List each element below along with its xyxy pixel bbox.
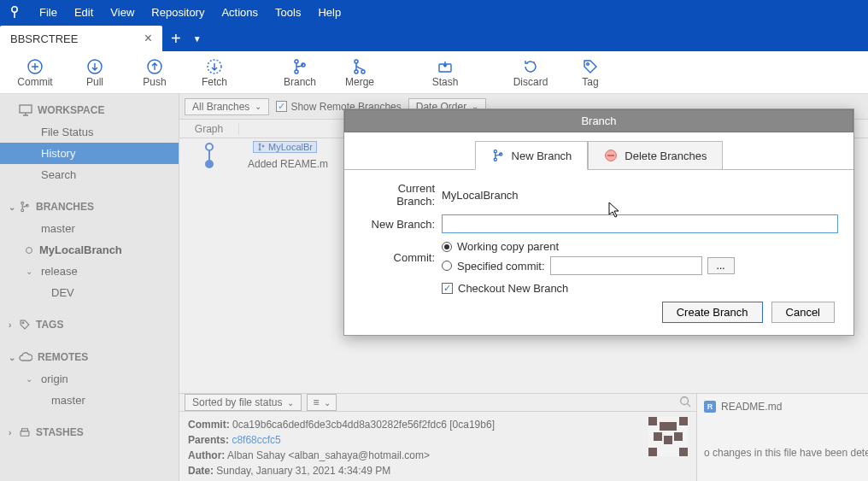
merge-label: Merge xyxy=(345,76,374,88)
radio-working-label: Working copy parent xyxy=(457,240,559,253)
fetch-button[interactable]: Fetch xyxy=(185,51,244,94)
commit-icon xyxy=(26,57,44,76)
branch-icon xyxy=(291,57,308,76)
branch-dialog: Branch New Branch Delete Branches Curren… xyxy=(343,109,854,336)
push-label: Push xyxy=(143,76,166,88)
tab-new-label: New Branch xyxy=(512,150,572,162)
branch-label: Branch xyxy=(284,76,316,88)
tab-bar: BBSRCTREE × + ▼ xyxy=(0,24,868,51)
svg-point-6 xyxy=(295,70,298,73)
svg-point-13 xyxy=(587,62,589,65)
fetch-icon xyxy=(206,57,223,76)
menu-file[interactable]: File xyxy=(31,6,66,19)
repo-tab-label: BBSRCTREE xyxy=(10,32,78,45)
new-tab-button[interactable]: + xyxy=(162,26,190,51)
stash-label: Stash xyxy=(432,76,459,88)
pull-label: Pull xyxy=(86,76,103,88)
dialog-title: Branch xyxy=(344,109,853,132)
tab-delete-branches[interactable]: Delete Branches xyxy=(588,141,723,170)
svg-rect-38 xyxy=(607,155,614,156)
current-branch-label: Current Branch: xyxy=(360,182,442,208)
tab-new-branch[interactable]: New Branch xyxy=(475,141,589,170)
tab-delete-label: Delete Branches xyxy=(625,150,707,162)
dialog-body: Current Branch: MyLocalBranch New Branch… xyxy=(344,169,853,335)
tab-dropdown-icon[interactable]: ▼ xyxy=(190,26,205,51)
browse-commit-button[interactable]: ... xyxy=(707,257,735,274)
commit-option-label: Commit: xyxy=(360,251,442,264)
app-icon xyxy=(5,3,24,21)
discard-icon xyxy=(522,57,539,76)
current-branch-value: MyLocalBranch xyxy=(442,189,519,202)
radio-working-copy[interactable]: Working copy parent xyxy=(442,240,559,253)
menu-view[interactable]: View xyxy=(102,6,143,19)
svg-point-8 xyxy=(355,60,358,63)
menu-edit[interactable]: Edit xyxy=(66,6,102,19)
pull-button[interactable]: Pull xyxy=(65,51,125,94)
tag-icon xyxy=(582,57,599,76)
close-icon[interactable]: × xyxy=(144,31,152,46)
stash-icon xyxy=(437,57,454,76)
radio-specified-label: Specified commit: xyxy=(457,260,545,273)
push-button[interactable]: Push xyxy=(125,51,185,94)
pull-icon xyxy=(86,57,103,76)
svg-point-34 xyxy=(494,150,496,153)
push-icon xyxy=(146,57,163,76)
toolbar: Commit Pull Push Fetch Branch Merge Stas… xyxy=(0,51,868,94)
svg-point-9 xyxy=(355,70,358,73)
checkout-checkbox[interactable]: ✓ Checkout New Branch xyxy=(442,282,568,295)
commit-button[interactable]: Commit xyxy=(5,51,65,94)
tag-button[interactable]: Tag xyxy=(560,51,620,94)
radio-icon xyxy=(442,242,452,252)
menu-bar: File Edit View Repository Actions Tools … xyxy=(0,0,868,24)
checkbox-icon: ✓ xyxy=(442,283,453,294)
branch-button[interactable]: Branch xyxy=(270,51,330,94)
stash-button[interactable]: Stash xyxy=(415,51,475,94)
discard-button[interactable]: Discard xyxy=(501,51,560,94)
commit-label: Commit xyxy=(17,76,52,88)
svg-point-5 xyxy=(295,60,298,63)
radio-specified-commit[interactable]: Specified commit: ... xyxy=(442,256,735,275)
svg-point-0 xyxy=(12,7,17,12)
new-branch-label: New Branch: xyxy=(360,218,442,231)
merge-icon xyxy=(351,57,368,76)
new-branch-input[interactable] xyxy=(442,214,838,233)
cancel-button[interactable]: Cancel xyxy=(771,302,835,323)
menu-repository[interactable]: Repository xyxy=(143,6,213,19)
svg-point-10 xyxy=(361,70,365,73)
checkout-label: Checkout New Branch xyxy=(458,282,568,295)
specified-commit-input[interactable] xyxy=(550,256,702,275)
radio-icon xyxy=(442,261,452,271)
dialog-tabs: New Branch Delete Branches xyxy=(344,132,853,170)
menu-actions[interactable]: Actions xyxy=(213,6,267,19)
menu-tools[interactable]: Tools xyxy=(267,6,309,19)
create-branch-button[interactable]: Create Branch xyxy=(662,302,763,323)
tag-label: Tag xyxy=(582,76,598,88)
fetch-label: Fetch xyxy=(202,76,227,88)
merge-button[interactable]: Merge xyxy=(330,51,390,94)
menu-help[interactable]: Help xyxy=(309,6,349,19)
svg-point-12 xyxy=(533,62,535,63)
svg-point-35 xyxy=(494,158,496,161)
discard-label: Discard xyxy=(513,76,548,88)
repo-tab[interactable]: BBSRCTREE × xyxy=(0,26,162,51)
